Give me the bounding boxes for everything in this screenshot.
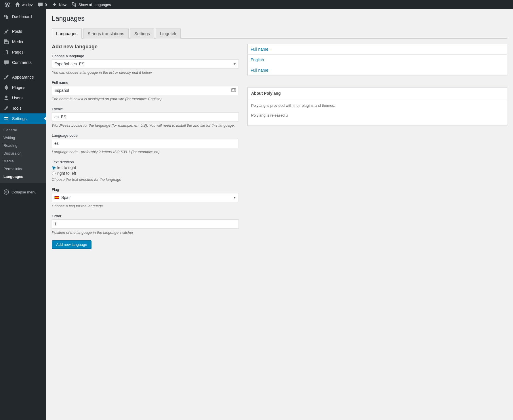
- svg-point-2: [232, 89, 234, 90]
- code-input[interactable]: [52, 139, 239, 148]
- choose-language-label: Choose a language: [52, 54, 239, 58]
- nav-tabs: Languages Strings translations Settings …: [52, 28, 507, 39]
- sub-media[interactable]: Media: [0, 157, 46, 165]
- table-header-fullname[interactable]: Full name: [248, 44, 507, 55]
- site-name: wpdev: [22, 3, 33, 7]
- table-row[interactable]: English: [248, 55, 507, 65]
- ltr-label: left to right: [57, 165, 76, 170]
- ltr-radio[interactable]: [52, 166, 56, 170]
- collapse-label: Collapse menu: [12, 190, 37, 194]
- new-content[interactable]: New: [49, 0, 69, 9]
- show-all-languages[interactable]: Show all languages: [69, 0, 113, 9]
- chevron-down-icon: ▼: [233, 196, 236, 199]
- tab-settings[interactable]: Settings: [130, 28, 154, 39]
- wrench-icon: [3, 105, 9, 111]
- flag-help: Choose a flag for the language.: [52, 204, 239, 208]
- rtl-radio[interactable]: [52, 172, 56, 175]
- about-p1: Polylang is provided with their plugins …: [251, 103, 504, 109]
- sub-languages[interactable]: Languages: [0, 173, 46, 180]
- svg-rect-4: [234, 90, 235, 90]
- menu-dashboard[interactable]: Dashboard: [0, 12, 46, 22]
- add-language-button[interactable]: Add new language: [52, 240, 91, 249]
- user-icon: [3, 95, 9, 101]
- menu-comments[interactable]: Comments: [0, 57, 46, 68]
- show-all-label: Show all languages: [79, 3, 111, 7]
- menu-label: Comments: [12, 60, 32, 65]
- table-footer-fullname[interactable]: Full name: [248, 65, 507, 76]
- sub-permalinks[interactable]: Permalinks: [0, 165, 46, 173]
- order-label: Order: [52, 214, 239, 218]
- direction-label: Text direction: [52, 160, 239, 164]
- lang-link[interactable]: English: [251, 58, 264, 62]
- collapse-menu[interactable]: Collapse menu: [0, 187, 46, 197]
- main-content: Languages Languages Strings translations…: [46, 9, 513, 260]
- order-input[interactable]: [52, 219, 239, 229]
- menu-appearance[interactable]: Appearance: [0, 72, 46, 82]
- about-box: About Polylang Polylang is provided with…: [247, 87, 507, 126]
- flag-value: Spain: [54, 195, 72, 200]
- languages-table: Full name English Full name: [247, 44, 507, 76]
- sub-discussion[interactable]: Discussion: [0, 149, 46, 157]
- comments-icon: [3, 60, 9, 65]
- menu-settings[interactable]: Settings: [0, 113, 46, 124]
- tab-strings[interactable]: Strings translations: [83, 28, 129, 39]
- fullname-label: Full name: [52, 80, 239, 85]
- svg-rect-5: [232, 91, 234, 91]
- wp-logo[interactable]: [2, 0, 13, 9]
- direction-help: Choose the text direction for the langua…: [52, 177, 239, 182]
- comments-link[interactable]: 0: [35, 0, 49, 9]
- menu-tools[interactable]: Tools: [0, 103, 46, 113]
- locale-input[interactable]: [52, 112, 239, 121]
- pages-icon: [3, 49, 9, 55]
- menu-label: Dashboard: [12, 14, 32, 19]
- sub-general[interactable]: General: [0, 126, 46, 134]
- media-icon: [3, 39, 9, 45]
- menu-label: Appearance: [12, 75, 34, 79]
- collapse-icon: [3, 189, 9, 195]
- brush-icon: [3, 74, 9, 80]
- choose-language-select[interactable]: Español - es_ES ▼: [52, 59, 239, 69]
- menu-pages[interactable]: Pages: [0, 47, 46, 57]
- sub-writing[interactable]: Writing: [0, 134, 46, 142]
- fullname-help: The name is how it is displayed on your …: [52, 97, 239, 101]
- flag-select[interactable]: Spain ▼: [52, 193, 239, 202]
- flag-label: Flag: [52, 187, 239, 192]
- svg-rect-3: [234, 89, 235, 90]
- menu-label: Users: [12, 96, 23, 100]
- settings-submenu: General Writing Reading Discussion Media…: [0, 124, 46, 183]
- order-help: Position of the language in the language…: [52, 230, 239, 235]
- locale-help: WordPress Locale for the language (for e…: [52, 123, 239, 128]
- menu-media[interactable]: Media: [0, 37, 46, 47]
- menu-label: Media: [12, 39, 23, 44]
- chevron-down-icon: ▼: [233, 62, 236, 66]
- site-link[interactable]: wpdev: [13, 0, 35, 9]
- menu-label: Pages: [12, 50, 24, 54]
- card-icon: [231, 88, 236, 94]
- rtl-label: right to left: [57, 171, 76, 176]
- plug-icon: [3, 85, 9, 90]
- spain-flag-icon: [54, 196, 59, 199]
- new-label: New: [59, 3, 66, 7]
- tab-languages[interactable]: Languages: [52, 28, 82, 39]
- choose-language-value: Español - es_ES: [54, 62, 84, 66]
- page-title: Languages: [52, 12, 507, 24]
- admin-bar: wpdev 0 New Show all languages: [0, 0, 513, 9]
- fullname-input[interactable]: Español: [52, 86, 239, 95]
- menu-label: Plugins: [12, 85, 25, 90]
- about-title: About Polylang: [248, 88, 507, 99]
- menu-label: Settings: [12, 116, 27, 121]
- menu-users[interactable]: Users: [0, 93, 46, 103]
- fullname-value: Español: [54, 88, 69, 93]
- sub-reading[interactable]: Reading: [0, 142, 46, 149]
- locale-label: Locale: [52, 107, 239, 111]
- sliders-icon: [3, 116, 9, 121]
- menu-posts[interactable]: Posts: [0, 26, 46, 37]
- menu-label: Posts: [12, 29, 22, 34]
- menu-plugins[interactable]: Plugins: [0, 82, 46, 93]
- admin-sidebar: Dashboard Posts Media Pages Comments App…: [0, 9, 46, 260]
- about-p2: Polylang is released u: [251, 113, 504, 118]
- comment-icon: [37, 2, 43, 7]
- pin-icon: [3, 28, 9, 34]
- tab-lingotek[interactable]: Lingotek: [156, 28, 181, 39]
- plus-icon: [52, 2, 57, 7]
